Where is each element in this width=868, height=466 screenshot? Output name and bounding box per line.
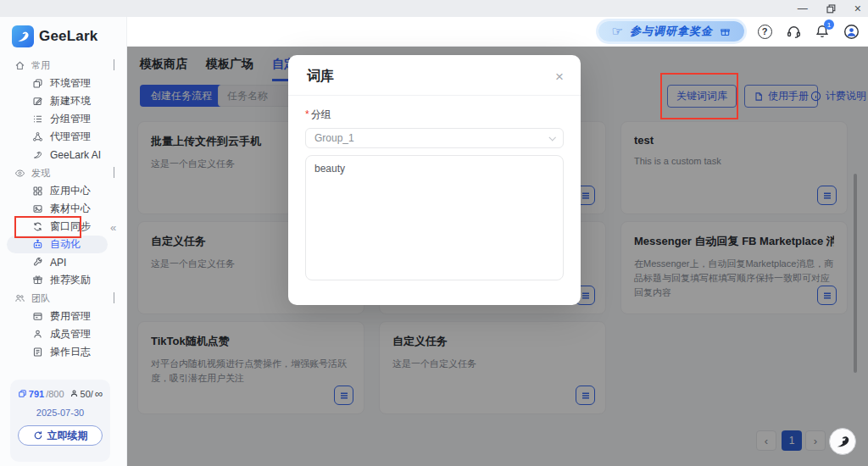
promo-label: 参与调研拿奖金: [630, 24, 713, 39]
env-total: /800: [46, 389, 64, 399]
ai-bird-icon: [32, 149, 43, 160]
chevron-up-icon: [114, 293, 114, 303]
sidebar-collapse-handle[interactable]: «: [110, 221, 116, 234]
app-logo-text: GeeLark: [39, 28, 97, 45]
sidebar-item-label: 环境管理: [50, 76, 91, 91]
robot-icon: [32, 239, 43, 250]
plan-usage-card: 791/800 50/∞ 2025-07-30 立即续期: [10, 380, 110, 462]
survey-promo-banner[interactable]: ☞ 参与调研拿奖金: [598, 21, 744, 42]
group-field-label: *分组: [305, 108, 564, 122]
support-headset-icon[interactable]: [785, 23, 802, 40]
sidebar-item-new-environment[interactable]: 新建环境: [0, 92, 126, 110]
window-sync-icon: [32, 221, 43, 232]
geelark-app-window: — × GeeLark 常用 环境管理: [0, 0, 868, 466]
sidebar-item-label: 自动化: [50, 237, 81, 252]
required-mark: *: [305, 108, 309, 120]
refresh-icon: [33, 430, 43, 441]
sidebar-item-label: 推荐奖励: [50, 273, 91, 287]
sidebar-item-billing-management[interactable]: 费用管理: [0, 308, 126, 325]
window-minimize-button[interactable]: —: [798, 0, 808, 17]
sidebar-item-material-center[interactable]: 素材中心: [0, 200, 126, 218]
geelark-logo-icon: [12, 25, 34, 47]
main-header: ☞ 参与调研拿奖金 ? 1: [127, 17, 868, 47]
chevron-up-icon: [114, 60, 114, 70]
group-list-icon: [32, 114, 43, 125]
edit-icon: [32, 96, 43, 107]
pointing-hand-icon: ☞: [612, 24, 623, 39]
sidebar-item-label: 费用管理: [50, 309, 91, 324]
sidebar-item-member-management[interactable]: 成员管理: [0, 325, 126, 343]
section-label: 常用: [31, 59, 50, 72]
sidebar-item-label: GeeLark AI: [50, 149, 101, 161]
account-icon[interactable]: [843, 23, 860, 40]
group-select-value: Group_1: [314, 132, 354, 144]
word-library-modal: 词库 × *分组 Group_1 beauty: [288, 55, 581, 305]
team-icon: [14, 293, 25, 304]
sidebar-item-label: 应用中心: [50, 184, 91, 198]
windows-icon: [32, 78, 43, 89]
sidebar-item-label: 操作日志: [50, 345, 91, 359]
chevron-up-icon: [114, 168, 114, 178]
gift-icon: [720, 26, 731, 37]
app-grid-icon: [32, 186, 43, 197]
infinity-glyph: ∞: [95, 387, 103, 400]
sidebar-item-label: 新建环境: [50, 94, 91, 108]
env-count: 791: [29, 389, 44, 399]
sidebar: GeeLark 常用 环境管理 新建环境 分组管理: [0, 17, 127, 466]
member-icon: [32, 329, 43, 340]
restore-icon: [826, 4, 836, 14]
sidebar-section-discover[interactable]: 发现: [0, 164, 126, 182]
material-image-icon: [32, 203, 43, 214]
billing-card-icon: [32, 311, 43, 322]
gift-icon: [32, 275, 43, 286]
sidebar-item-label: 代理管理: [50, 130, 91, 144]
section-label: 发现: [31, 167, 50, 180]
keywords-textarea[interactable]: beauty: [305, 155, 564, 280]
sidebar-item-label: 窗口同步: [50, 219, 91, 234]
sidebar-item-referral-rewards[interactable]: 推荐奖励: [0, 271, 126, 289]
sidebar-item-automation[interactable]: 自动化: [0, 236, 126, 253]
window-restore-button[interactable]: [826, 4, 836, 14]
renew-now-button[interactable]: 立即续期: [18, 425, 103, 446]
operation-log-icon: [32, 347, 43, 358]
api-wrench-icon: [32, 257, 43, 268]
sidebar-item-geelark-ai[interactable]: GeeLark AI: [0, 146, 126, 164]
home-icon: [14, 60, 25, 71]
section-label: 团队: [31, 292, 50, 305]
sidebar-item-label: 素材中心: [50, 202, 91, 216]
sidebar-item-label: 成员管理: [50, 327, 91, 341]
geelark-bird-icon: [834, 433, 851, 450]
window-close-button[interactable]: ×: [854, 0, 861, 17]
sidebar-item-environment-management[interactable]: 环境管理: [0, 75, 126, 92]
modal-title: 词库: [307, 68, 334, 86]
member-count: 50/: [81, 389, 93, 399]
sidebar-item-app-center[interactable]: 应用中心: [0, 182, 126, 200]
group-label-text: 分组: [311, 108, 331, 120]
group-select[interactable]: Group_1: [305, 128, 564, 148]
sidebar-item-operation-log[interactable]: 操作日志: [0, 343, 126, 361]
sidebar-item-label: 分组管理: [50, 112, 91, 126]
sidebar-section-common[interactable]: 常用: [0, 56, 126, 75]
plan-expire-date: 2025-07-30: [15, 408, 105, 418]
sidebar-item-api[interactable]: API: [0, 253, 126, 271]
chevron-down-icon: [548, 134, 555, 141]
environment-usage: 791/800: [18, 389, 64, 399]
modal-close-icon[interactable]: ×: [555, 69, 564, 84]
member-usage: 50/∞: [70, 387, 103, 400]
sidebar-section-team[interactable]: 团队: [0, 289, 126, 308]
sidebar-item-group-management[interactable]: 分组管理: [0, 110, 126, 128]
sidebar-item-label: API: [50, 257, 66, 269]
windows-icon: [18, 389, 27, 398]
renew-label: 立即续期: [47, 429, 88, 443]
sidebar-item-proxy-management[interactable]: 代理管理: [0, 128, 126, 146]
notification-bell-icon[interactable]: 1: [814, 23, 831, 40]
member-icon: [70, 389, 79, 398]
help-icon[interactable]: ?: [756, 23, 773, 40]
sidebar-nav: 常用 环境管理 新建环境 分组管理 代理管理 GeeLark AI: [0, 56, 126, 361]
app-logo: GeeLark: [0, 17, 126, 56]
sidebar-item-window-sync[interactable]: 窗口同步: [0, 218, 126, 236]
window-titlebar: — ×: [0, 0, 868, 17]
proxy-network-icon: [32, 131, 43, 142]
discover-eye-icon: [14, 168, 25, 179]
geelark-floating-button[interactable]: [829, 428, 856, 455]
